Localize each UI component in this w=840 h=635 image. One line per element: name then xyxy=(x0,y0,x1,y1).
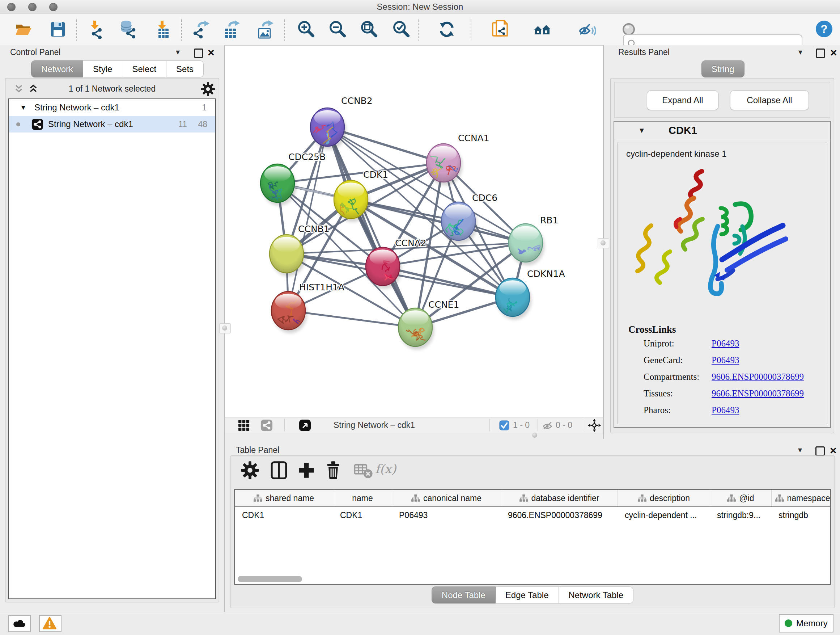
table-cell[interactable]: stringdb:9... xyxy=(710,507,771,524)
create-column-plus-icon[interactable] xyxy=(297,461,316,480)
table-cell[interactable]: 9606.ENSP00000378699 xyxy=(501,507,617,524)
export-table-file-icon[interactable] xyxy=(222,20,241,39)
network-canvas[interactable]: CCNB2CCNA1CDC25BCDK1CDC6RB1CCNB1CCNA2CDK… xyxy=(225,45,603,417)
tab-edge-table[interactable]: Edge Table xyxy=(496,586,559,603)
netbar-separator xyxy=(538,419,538,431)
import-network-database-icon[interactable] xyxy=(119,20,138,39)
network-node-CCNE1[interactable]: CCNE1 xyxy=(398,299,459,350)
network-collection-row[interactable]: ▼ String Network – cdk1 1 xyxy=(9,99,215,116)
import-network-file-icon[interactable] xyxy=(85,20,104,39)
table-cell[interactable]: CDK1 xyxy=(235,507,333,524)
table-cell[interactable]: stringdb xyxy=(771,507,834,524)
table-cell[interactable]: cyclin-dependent ... xyxy=(617,507,710,524)
collapse-all-button[interactable]: Collapse All xyxy=(730,90,809,110)
column-header-database-identifier[interactable]: database identifier xyxy=(501,490,617,507)
delete-table-icon[interactable] xyxy=(354,461,373,480)
network-view-badge-icon[interactable] xyxy=(261,419,273,432)
results-panel-tab-string[interactable]: String xyxy=(701,60,745,78)
memory-button[interactable]: Memory xyxy=(779,614,834,632)
table-cell[interactable]: CDK1 xyxy=(333,507,392,524)
column-header-shared-name[interactable]: shared name xyxy=(235,490,333,507)
right-splitter-handle[interactable] xyxy=(598,238,609,249)
network-column-icon xyxy=(775,494,784,502)
network-node-CDK1[interactable]: CDK1 xyxy=(334,169,388,222)
results-panel-close-icon[interactable]: × xyxy=(830,49,837,57)
delete-columns-trash-icon[interactable] xyxy=(324,461,343,480)
crosslink-link[interactable]: P06493 xyxy=(712,355,739,365)
table-panel-tabs: Node TableEdge TableNetwork Table xyxy=(231,586,835,603)
zoom-fit-icon[interactable] xyxy=(360,20,379,39)
tab-select[interactable]: Select xyxy=(122,60,166,78)
warnings-button[interactable] xyxy=(39,615,62,632)
table-panel-menu-caret-icon[interactable]: ▾ xyxy=(798,445,802,455)
hide-selected-icon[interactable] xyxy=(577,20,596,39)
grid-view-icon[interactable] xyxy=(238,420,249,431)
birdseye-view-icon[interactable] xyxy=(299,419,311,432)
network-row[interactable]: String Network – cdk1 11 48 xyxy=(9,116,215,133)
zoom-out-icon[interactable] xyxy=(328,20,347,39)
entry-collapse-caret-icon[interactable]: ▼ xyxy=(638,126,645,135)
table-horizontal-scrollbar[interactable] xyxy=(238,576,302,582)
toolbar-separator xyxy=(181,19,182,41)
tab-network[interactable]: Network xyxy=(31,60,83,78)
zoom-selected-icon[interactable] xyxy=(392,20,411,39)
network-options-gear-icon[interactable] xyxy=(201,82,215,96)
network-node-CCNB1[interactable]: CCNB1 xyxy=(270,224,330,276)
table-row[interactable]: CDK1CDK1P064939606.ENSP00000378699cyclin… xyxy=(235,507,830,524)
control-panel-close-icon[interactable]: × xyxy=(208,49,215,57)
left-splitter-handle[interactable] xyxy=(219,323,231,333)
crosslinks-list: Uniprot:P06493GeneCard:P06493Compartment… xyxy=(644,339,823,422)
help-icon[interactable]: ? xyxy=(815,19,834,38)
network-node-CCNA1[interactable]: CCNA1 xyxy=(426,133,489,185)
column-header-canonical-name[interactable]: canonical name xyxy=(392,490,501,507)
collection-expand-caret-icon[interactable]: ▼ xyxy=(20,99,27,116)
table-cell[interactable]: P06493 xyxy=(392,507,501,524)
table-panel-close-icon[interactable]: × xyxy=(830,447,837,454)
crosslink-link[interactable]: 9606.ENSP00000378699 xyxy=(712,372,804,382)
column-header-namespace[interactable]: namespace xyxy=(771,490,834,507)
network-edge[interactable] xyxy=(327,127,415,327)
selected-checkbox-icon[interactable] xyxy=(499,420,509,431)
import-table-file-icon[interactable] xyxy=(153,20,172,39)
export-image-file-icon[interactable] xyxy=(256,20,275,39)
save-session-icon[interactable] xyxy=(49,20,67,39)
expand-all-button[interactable]: Expand All xyxy=(647,90,718,110)
tab-node-table[interactable]: Node Table xyxy=(431,586,496,603)
results-panel-float-icon[interactable] xyxy=(816,49,825,58)
table-panel-float-icon[interactable] xyxy=(815,447,825,456)
show-columns-icon[interactable] xyxy=(270,461,288,480)
network-node-CDC6[interactable]: CDC6 xyxy=(441,193,497,244)
node-result-entry: ▼ CDK1 cyclin-dependent kinase 1 xyxy=(614,121,831,428)
network-tree: ▼ String Network – cdk1 1 String Network… xyxy=(8,98,216,599)
crosslink-link[interactable]: 9606.ENSP00000378699 xyxy=(712,388,804,398)
node-result-header[interactable]: ▼ CDK1 xyxy=(614,122,830,140)
network-edge[interactable] xyxy=(288,310,415,327)
network-node-RB1[interactable]: RB1 xyxy=(508,215,558,265)
column-header-name[interactable]: name xyxy=(333,490,392,507)
network-from-selection-icon[interactable] xyxy=(491,20,509,39)
export-network-file-icon[interactable] xyxy=(191,20,210,39)
crosslink-link[interactable]: P06493 xyxy=(712,405,739,415)
results-panel-menu-caret-icon[interactable]: ▾ xyxy=(798,48,802,57)
crosslink-row: Compartments:9606.ENSP00000378699 xyxy=(644,372,823,388)
cloud-status-button[interactable] xyxy=(8,615,31,632)
column-header-description[interactable]: description xyxy=(617,490,710,507)
network-edge-count: 48 xyxy=(198,116,207,133)
control-panel-float-icon[interactable] xyxy=(194,49,203,58)
tab-network-table[interactable]: Network Table xyxy=(559,586,634,603)
first-neighbors-icon[interactable] xyxy=(533,20,552,39)
network-node-CDKN1A[interactable]: CDKN1A xyxy=(496,269,565,320)
crosslink-link[interactable]: P06493 xyxy=(712,339,739,348)
pan-crosshair-icon[interactable] xyxy=(587,418,601,432)
column-header-@id[interactable]: @id xyxy=(710,490,771,507)
tab-style[interactable]: Style xyxy=(83,60,122,78)
network-node-HIST1H1A[interactable]: HIST1H1A xyxy=(271,282,344,333)
open-file-icon[interactable] xyxy=(14,20,33,39)
network-node-count: 11 xyxy=(178,116,187,133)
zoom-in-icon[interactable] xyxy=(297,20,316,39)
table-options-gear-icon[interactable] xyxy=(240,461,259,480)
refresh-view-icon[interactable] xyxy=(437,20,456,39)
tab-sets[interactable]: Sets xyxy=(166,60,204,78)
control-panel-menu-caret-icon[interactable]: ▾ xyxy=(176,48,180,57)
network-node-CCNB2[interactable]: CCNB2 xyxy=(310,96,373,149)
